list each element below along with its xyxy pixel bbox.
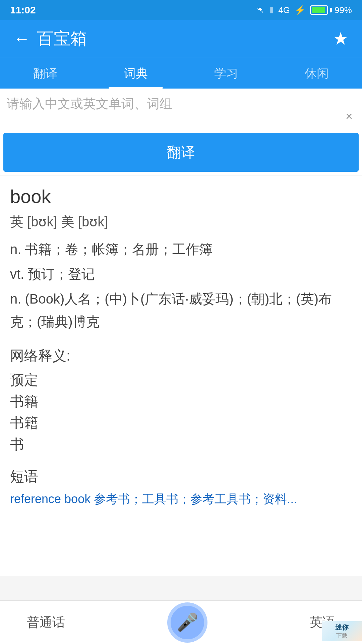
- watermark: 迷你 下载: [322, 621, 362, 641]
- tab-bar: 翻译 词典 学习 休闲: [0, 57, 362, 89]
- battery: 99%: [310, 5, 352, 15]
- battery-fill: [312, 7, 325, 13]
- search-input-container: ×: [0, 89, 362, 129]
- net-def-3: 书籍: [10, 414, 352, 432]
- bluetooth-icon: ⯲: [256, 5, 265, 15]
- header-title: 百宝箱: [37, 28, 87, 50]
- word-title: book: [10, 185, 352, 207]
- charging-icon: ⚡: [295, 5, 305, 15]
- header-left: ← 百宝箱: [13, 28, 87, 50]
- favorite-button[interactable]: ★: [333, 29, 349, 49]
- network-section-title: 网络释义:: [10, 346, 352, 365]
- phrase-section-title: 短语: [10, 467, 352, 486]
- bottom-bar: 普通话 🎤 英语: [0, 600, 362, 644]
- clear-icon[interactable]: ×: [346, 109, 353, 123]
- back-button[interactable]: ←: [13, 30, 30, 47]
- source-language[interactable]: 普通话: [27, 614, 65, 631]
- tab-leisure[interactable]: 休闲: [272, 57, 362, 89]
- dict-result: book 英 [bʊk] 美 [bʊk] n. 书籍；卷；帐簿；名册；工作簿 v…: [0, 175, 362, 576]
- net-def-4: 书: [10, 435, 352, 454]
- mic-inner: 🎤: [171, 606, 204, 639]
- pronunciation: 英 [bʊk] 美 [bʊk]: [10, 213, 352, 231]
- definition-3: n. (Book)人名；(中)卜(广东话·威妥玛)；(朝)北；(英)布克；(瑞典…: [10, 287, 352, 333]
- tab-study[interactable]: 学习: [181, 57, 272, 89]
- mic-icon: 🎤: [177, 612, 198, 633]
- status-bar: 11:02 ⯲ ⦀ 4G ⚡ 99%: [0, 0, 362, 20]
- battery-tip: [330, 8, 332, 12]
- battery-percent: 99%: [335, 5, 352, 15]
- definition-1: n. 书籍；卷；帐簿；名册；工作簿: [10, 238, 352, 261]
- status-time: 11:02: [10, 4, 36, 16]
- mic-button[interactable]: 🎤: [167, 602, 207, 643]
- net-def-1: 预定: [10, 371, 352, 389]
- network-label: 4G: [278, 5, 290, 15]
- header: ← 百宝箱 ★: [0, 20, 362, 57]
- translate-button[interactable]: 翻译: [3, 133, 359, 172]
- net-def-2: 书籍: [10, 392, 352, 411]
- tab-dict[interactable]: 词典: [90, 57, 181, 89]
- definition-2: vt. 预订；登记: [10, 263, 352, 285]
- tab-translate[interactable]: 翻译: [0, 57, 90, 89]
- battery-body: [310, 5, 328, 15]
- signal-icon: ⦀: [270, 5, 274, 15]
- status-icons: ⯲ ⦀ 4G ⚡ 99%: [256, 5, 352, 15]
- search-input[interactable]: [7, 95, 355, 125]
- search-area: × 翻译: [0, 89, 362, 175]
- phrase-item-1: reference book 参考书；工具书；参考工具书；资料...: [10, 489, 352, 509]
